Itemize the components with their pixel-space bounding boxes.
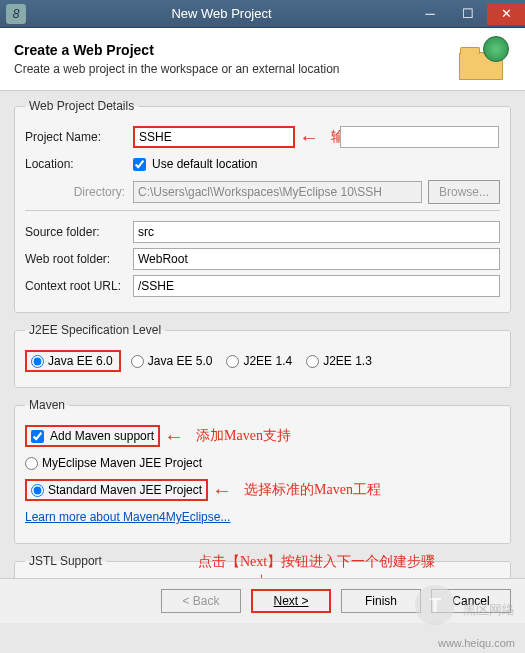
add-maven-checkbox[interactable] [31,430,44,443]
project-name-tail[interactable] [340,126,499,148]
java-ee-6-label: Java EE 6.0 [48,354,113,368]
source-folder-input[interactable] [133,221,500,243]
myeclipse-maven-radio[interactable] [25,457,38,470]
jstl-legend: JSTL Support [25,554,106,568]
browse-button: Browse... [428,180,500,204]
j2ee-14-radio[interactable] [226,355,239,368]
app-icon: 8 [6,4,26,24]
directory-input [133,181,422,203]
myeclipse-maven-label: MyEclipse Maven JEE Project [42,456,202,470]
arrow-left-icon: ← [164,426,184,446]
watermark-site: www.heiqu.com [438,637,515,649]
arrow-left-icon: ← [212,480,232,500]
back-button: < Back [161,589,241,613]
annotation-next: 点击【Next】按钮进入下一个创建步骤 [198,553,435,571]
java-ee-6-radio[interactable] [31,355,44,368]
titlebar: 8 New Web Project ─ ☐ ✕ [0,0,525,28]
window-title: New Web Project [32,6,411,21]
use-default-location-checkbox[interactable] [133,158,146,171]
use-default-location-label: Use default location [152,157,257,171]
close-button[interactable]: ✕ [487,3,525,25]
java-ee-5-radio[interactable] [131,355,144,368]
j2ee-14-label: J2EE 1.4 [243,354,292,368]
minimize-button[interactable]: ─ [411,3,449,25]
j2ee-13-radio[interactable] [306,355,319,368]
maximize-button[interactable]: ☐ [449,3,487,25]
standard-maven-label: Standard Maven JEE Project [48,483,202,497]
next-button[interactable]: Next > [251,589,331,613]
watermark-brand: 黑区网络 [463,601,515,619]
annotation-add-maven: 添加Maven支持 [196,427,291,445]
header-subtitle: Create a web project in the workspace or… [14,62,459,76]
web-project-details: Web Project Details Project Name: ← 输入项目… [14,99,511,313]
watermark-logo: T [415,585,455,625]
web-root-input[interactable] [133,248,500,270]
j2ee-spec-level: J2EE Specification Level Java EE 6.0 Jav… [14,323,511,388]
context-label: Context root URL: [25,279,133,293]
standard-maven-radio[interactable] [31,484,44,497]
maven-legend: Maven [25,398,69,412]
context-input[interactable] [133,275,500,297]
wizard-header: Create a Web Project Create a web projec… [0,28,525,91]
source-folder-label: Source folder: [25,225,133,239]
location-label: Location: [25,157,133,171]
details-legend: Web Project Details [25,99,138,113]
j2ee-legend: J2EE Specification Level [25,323,165,337]
wizard-icon [459,38,511,80]
maven-group: Maven Add Maven support ← 添加Maven支持 MyEc… [14,398,511,544]
learn-more-link[interactable]: Learn more about Maven4MyEclipse... [25,510,230,524]
j2ee-13-label: J2EE 1.3 [323,354,372,368]
standard-maven-frame: Standard Maven JEE Project [25,479,208,501]
add-maven-frame: Add Maven support [25,425,160,447]
add-maven-label: Add Maven support [50,429,154,443]
annotation-standard: 选择标准的Maven工程 [244,481,381,499]
project-name-label: Project Name: [25,130,133,144]
java-ee-5-label: Java EE 5.0 [148,354,213,368]
web-root-label: Web root folder: [25,252,133,266]
directory-label: Directory: [25,185,133,199]
java-ee-6-frame: Java EE 6.0 [25,350,121,372]
header-title: Create a Web Project [14,42,459,58]
finish-button[interactable]: Finish [341,589,421,613]
